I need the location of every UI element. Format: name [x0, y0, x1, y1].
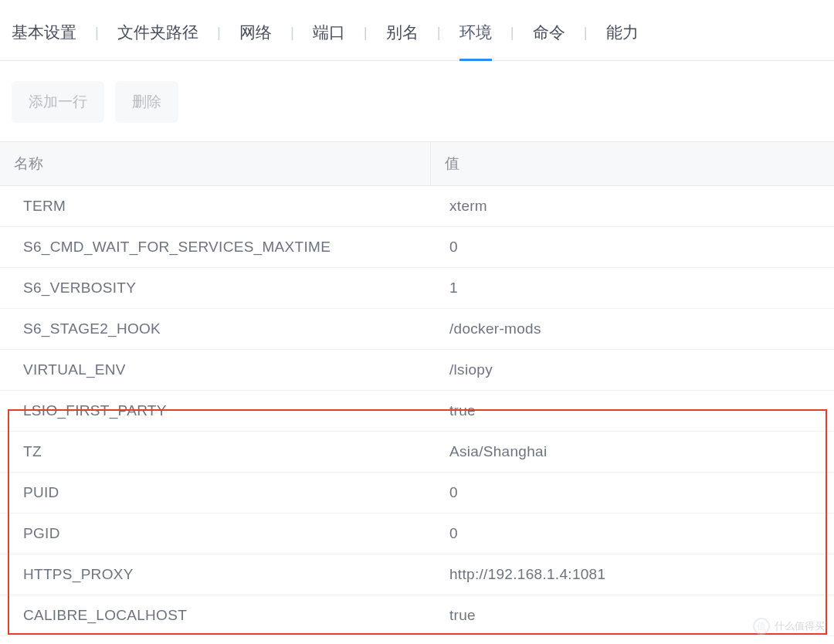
col-header-value: 值 — [431, 142, 834, 185]
table-row[interactable]: S6_STAGE2_HOOK /docker-mods — [0, 309, 834, 350]
tab-network[interactable]: 网络 — [239, 22, 272, 60]
tab-separator: | — [345, 24, 386, 58]
cell-name: CALIBRE_LOCALHOST — [0, 595, 431, 636]
cell-value: Asia/Shanghai — [431, 432, 834, 472]
table-header: 名称 值 — [0, 141, 834, 186]
table-row[interactable]: S6_VERBOSITY 1 — [0, 268, 834, 309]
tab-alias[interactable]: 别名 — [386, 22, 419, 60]
watermark: 值 什么值得买 — [753, 618, 825, 635]
tab-separator: | — [565, 24, 606, 58]
tab-env[interactable]: 环境 — [459, 22, 492, 60]
cell-name: PUID — [0, 473, 431, 513]
cell-value: xterm — [431, 186, 834, 226]
tab-separator: | — [419, 24, 459, 58]
cell-name: S6_STAGE2_HOOK — [0, 309, 431, 349]
cell-name: TERM — [0, 186, 431, 226]
add-row-button[interactable]: 添加一行 — [12, 81, 104, 123]
tab-command[interactable]: 命令 — [533, 22, 565, 60]
tab-separator: | — [76, 24, 117, 58]
table-row[interactable]: PUID 0 — [0, 473, 834, 514]
watermark-icon: 值 — [753, 618, 770, 635]
tab-separator: | — [198, 24, 239, 58]
cell-value: 1 — [431, 268, 834, 308]
cell-value: 0 — [431, 514, 834, 554]
watermark-text: 什么值得买 — [775, 619, 825, 633]
cell-value: true — [431, 391, 834, 431]
table-row[interactable]: VIRTUAL_ENV /lsiopy — [0, 350, 834, 391]
cell-value: 0 — [431, 473, 834, 513]
cell-name: VIRTUAL_ENV — [0, 350, 431, 390]
cell-value: 0 — [431, 227, 834, 267]
cell-name: PGID — [0, 514, 431, 554]
toolbar: 添加一行 删除 — [0, 61, 834, 141]
table-body: TERM xterm S6_CMD_WAIT_FOR_SERVICES_MAXT… — [0, 186, 834, 636]
tab-separator: | — [492, 24, 533, 58]
cell-name: S6_CMD_WAIT_FOR_SERVICES_MAXTIME — [0, 227, 431, 267]
tab-capability[interactable]: 能力 — [606, 22, 639, 60]
tab-port[interactable]: 端口 — [313, 22, 345, 60]
cell-value: /lsiopy — [431, 350, 834, 390]
col-header-name: 名称 — [0, 142, 431, 185]
table-row[interactable]: PGID 0 — [0, 514, 834, 554]
cell-value: /docker-mods — [431, 309, 834, 349]
cell-name: TZ — [0, 432, 431, 472]
env-table: 名称 值 TERM xterm S6_CMD_WAIT_FOR_SERVICES… — [0, 141, 834, 636]
tabs-nav: 基本设置 | 文件夹路径 | 网络 | 端口 | 别名 | 环境 | 命令 | … — [0, 0, 834, 61]
table-row[interactable]: TZ Asia/Shanghai — [0, 432, 834, 473]
tab-basic[interactable]: 基本设置 — [12, 22, 76, 60]
tab-folder[interactable]: 文件夹路径 — [117, 22, 198, 60]
cell-name: LSIO_FIRST_PARTY — [0, 391, 431, 431]
table-row[interactable]: S6_CMD_WAIT_FOR_SERVICES_MAXTIME 0 — [0, 227, 834, 268]
table-row[interactable]: LSIO_FIRST_PARTY true — [0, 391, 834, 432]
table-row[interactable]: HTTPS_PROXY http://192.168.1.4:1081 — [0, 554, 834, 595]
cell-value: http://192.168.1.4:1081 — [431, 554, 834, 595]
delete-button[interactable]: 删除 — [115, 81, 178, 123]
tab-separator: | — [272, 24, 313, 58]
cell-name: S6_VERBOSITY — [0, 268, 431, 308]
table-row[interactable]: TERM xterm — [0, 186, 834, 227]
cell-name: HTTPS_PROXY — [0, 554, 431, 595]
table-row[interactable]: CALIBRE_LOCALHOST true — [0, 595, 834, 636]
